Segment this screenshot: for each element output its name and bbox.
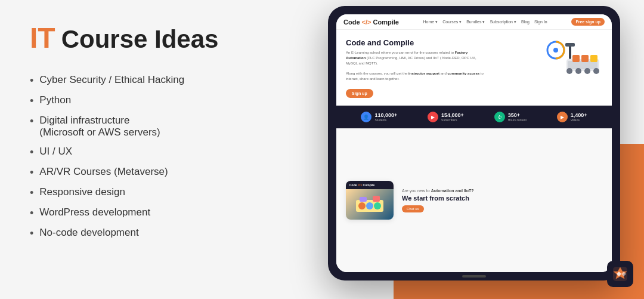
nav-courses: Courses ▾ (442, 20, 462, 24)
tablet-mockup: Code </> Compile Home ▾ Courses ▾ Bundle… (328, 6, 626, 286)
hours-label: Hours content (508, 118, 527, 122)
brand-badge-icon (612, 266, 628, 282)
course-item-label: Cyber Security / Ethical Hacking (39, 74, 184, 86)
hero-description-2: Along with the courses, you will get the… (346, 71, 487, 82)
list-item: • Digital infrastructure(Microsoft or AW… (30, 111, 280, 142)
bottom-section: Code </> Compile Are you new to Au (336, 128, 612, 272)
nav-subscription: Subscription ▾ (490, 20, 516, 24)
stat-subscribers: ▶ 154,000+ Subscribers (428, 112, 464, 122)
svg-rect-20 (373, 196, 380, 202)
hero-text: Code and Compile An E-Learning school wh… (346, 38, 487, 98)
subscribers-label: Subscribers (441, 118, 464, 122)
page-title-row: IT Course Ideas (30, 24, 280, 53)
nav-blog: Blog (521, 20, 530, 24)
svg-point-6 (566, 68, 572, 74)
subscribers-icon: ▶ (428, 112, 438, 122)
svg-point-3 (553, 48, 558, 53)
bottom-card-illustration (346, 189, 394, 220)
svg-rect-14 (565, 43, 575, 47)
left-content-panel: IT Course Ideas • Cyber Security / Ethic… (30, 24, 280, 243)
navbar: Code </> Compile Home ▾ Courses ▾ Bundle… (336, 14, 612, 30)
bullet-icon: • (30, 207, 33, 220)
bullet-icon: • (30, 95, 33, 107)
hours-number: 350+ (508, 113, 527, 118)
list-item: • Cyber Security / Ethical Hacking (30, 70, 280, 91)
students-label: Students (374, 118, 397, 122)
bullet-icon: • (30, 227, 33, 240)
course-item-label: Python (39, 94, 71, 106)
svg-rect-19 (360, 197, 367, 202)
brand-badge (607, 261, 633, 287)
subscribers-number: 154,000+ (441, 113, 464, 118)
hero-title: Code and Compile (346, 38, 487, 47)
bullet-icon: • (30, 75, 33, 87)
stat-hours: ⏱ 350+ Hours content (494, 112, 527, 122)
videos-number: 1,400+ (571, 113, 587, 118)
course-item-label: AR/VR Courses (Metaverse) (39, 166, 168, 178)
list-item: • AR/VR Courses (Metaverse) (30, 162, 280, 183)
hero-section: Code and Compile An E-Learning school wh… (336, 30, 612, 106)
bottom-text-block: Are you new to Automation and IIoT? We s… (402, 189, 602, 212)
videos-icon: ▶ (557, 112, 568, 122)
course-item-label: WordPress development (39, 206, 150, 218)
bottom-card-svg (355, 194, 385, 215)
svg-rect-5 (568, 61, 597, 69)
bottom-card: Code </> Compile (346, 181, 394, 220)
course-list: • Cyber Security / Ethical Hacking • Pyt… (30, 70, 280, 243)
tablet-home-indicator (462, 275, 486, 278)
title-it: IT (30, 24, 55, 53)
nav-home: Home ▾ (423, 20, 438, 24)
list-item: • Responsive design (30, 183, 280, 203)
bullet-icon: • (30, 115, 33, 128)
bullet-icon: • (30, 187, 33, 199)
tablet-frame: Code </> Compile Home ▾ Courses ▾ Bundle… (328, 6, 620, 280)
title-rest: Course Ideas (61, 27, 219, 52)
tablet-screen: Code </> Compile Home ▾ Courses ▾ Bundle… (336, 14, 612, 272)
svg-point-16 (358, 202, 366, 209)
bottom-subtext: Are you new to Automation and IIoT? (402, 189, 602, 193)
hero-signup-button[interactable]: Sign up (346, 89, 373, 98)
nav-links: Home ▾ Courses ▾ Bundles ▾ Subscription … (423, 20, 547, 24)
list-item: • WordPress development (30, 203, 280, 223)
machine-svg (543, 38, 602, 80)
stat-students: 👤 110,000+ Students (361, 112, 397, 122)
course-item-label: Digital infrastructure(Microsoft or AWS … (39, 115, 160, 138)
svg-rect-10 (572, 55, 580, 62)
stats-bar: 👤 110,000+ Students ▶ 154,000+ Subscribe… (336, 106, 612, 128)
course-item-label: Responsive design (39, 186, 125, 198)
svg-point-8 (584, 68, 590, 74)
hero-illustration (543, 38, 602, 80)
bullet-icon: • (30, 146, 33, 159)
stat-videos: ▶ 1,400+ Videos (557, 112, 587, 122)
nav-bundles: Bundles ▾ (466, 20, 485, 24)
course-item-label: UI / UX (39, 146, 72, 158)
course-item-label: No-code development (39, 227, 138, 239)
hero-description: An E-Learning school where you can enrol… (346, 50, 487, 66)
svg-point-9 (593, 68, 599, 74)
svg-point-7 (575, 68, 581, 74)
students-icon: 👤 (361, 112, 371, 122)
svg-rect-12 (590, 55, 597, 62)
hours-icon: ⏱ (494, 112, 505, 122)
chat-button[interactable]: Chat us (402, 205, 424, 212)
bullet-icon: • (30, 167, 33, 179)
list-item: • UI / UX (30, 142, 280, 162)
students-number: 110,000+ (374, 113, 397, 118)
bottom-card-logo: Code </> Compile (346, 181, 394, 189)
nav-logo: Code </> Compile (343, 19, 399, 26)
list-item: • Python (30, 91, 280, 111)
nav-signup-button[interactable]: Free sign up (571, 18, 605, 26)
nav-signin: Sign In (534, 20, 547, 24)
svg-point-17 (366, 202, 373, 209)
svg-rect-11 (581, 55, 589, 62)
svg-point-18 (374, 202, 381, 209)
bottom-headline: We start from scratch (402, 195, 602, 202)
list-item: • No-code development (30, 223, 280, 243)
videos-label: Videos (571, 118, 587, 122)
